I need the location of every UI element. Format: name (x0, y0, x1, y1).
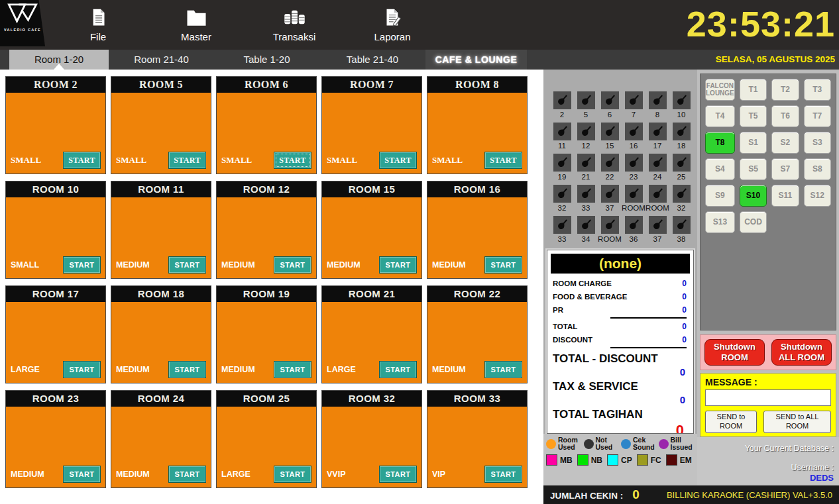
mic-cell[interactable]: 6 (598, 91, 622, 123)
start-button[interactable]: START (379, 361, 417, 378)
start-button[interactable]: START (63, 152, 101, 169)
mic-cell[interactable]: 7 (622, 91, 645, 123)
tab-cafe-lounge[interactable]: CAFE & LOUNGE (425, 50, 527, 70)
shutdown-button-room[interactable]: ShutdownROOM (704, 339, 765, 366)
tab-table-21-40[interactable]: Table 21-40 (319, 50, 425, 70)
start-button[interactable]: START (484, 361, 522, 378)
menu-item-master[interactable]: Master (164, 8, 228, 42)
start-button[interactable]: START (274, 466, 311, 483)
table-button-t1[interactable]: T1 (740, 79, 767, 101)
send-button-send-to-all-room[interactable]: SEND to ALL ROOM (763, 411, 831, 433)
tab-table-1-20[interactable]: Table 1-20 (214, 50, 319, 70)
shutdown-button-all-room[interactable]: ShutdownALL ROOM (771, 339, 832, 366)
mic-cell[interactable]: 17 (645, 123, 669, 154)
tab-room-21-40[interactable]: Room 21-40 (109, 50, 214, 70)
mic-cell[interactable]: 37 (645, 216, 669, 247)
mic-cell[interactable]: 15 (598, 123, 622, 154)
message-input[interactable] (705, 389, 831, 406)
room-card-room-5[interactable]: ROOM 5SMALLSTART (111, 76, 211, 174)
table-button-s9[interactable]: S9 (705, 185, 735, 207)
tab-room-1-20[interactable]: Room 1-20 (9, 50, 109, 70)
start-button[interactable]: START (63, 256, 101, 274)
mic-cell[interactable]: 34 (574, 216, 598, 247)
room-card-room-19[interactable]: ROOM 19MEDIUMSTART (216, 285, 317, 383)
table-button-s13[interactable]: S13 (705, 211, 735, 233)
room-card-room-21[interactable]: ROOM 21LARGESTART (321, 285, 422, 383)
mic-cell[interactable]: 38 (669, 216, 693, 247)
table-button-t7[interactable]: T7 (804, 105, 831, 127)
start-button[interactable]: START (484, 256, 522, 274)
start-button[interactable]: START (379, 152, 417, 169)
mic-cell[interactable]: ROOM (622, 185, 645, 216)
room-card-room-2[interactable]: ROOM 2SMALLSTART (5, 76, 106, 174)
room-card-room-6[interactable]: ROOM 6SMALLSTART (216, 76, 317, 174)
start-button[interactable]: START (484, 466, 522, 483)
mic-cell[interactable]: 12 (574, 123, 598, 154)
mic-cell[interactable]: 22 (598, 154, 622, 185)
mic-cell[interactable]: 33 (550, 216, 574, 247)
mic-cell[interactable]: 18 (669, 123, 693, 154)
mic-cell[interactable]: 11 (550, 123, 574, 154)
mic-cell[interactable]: 23 (622, 154, 645, 185)
room-card-room-33[interactable]: ROOM 33VIPSTART (427, 390, 528, 488)
menu-item-file[interactable]: File (66, 8, 130, 42)
mic-cell[interactable]: 24 (645, 154, 669, 185)
table-button-t4[interactable]: T4 (705, 105, 735, 127)
start-button[interactable]: START (168, 256, 206, 274)
mic-cell[interactable]: 37 (598, 185, 622, 216)
room-card-room-8[interactable]: ROOM 8SMALLSTART (427, 76, 528, 174)
table-button-falcon-lounge[interactable]: FALCON LOUNGE (705, 79, 735, 101)
room-card-room-23[interactable]: ROOM 23MEDIUMSTART (5, 390, 106, 488)
room-card-room-15[interactable]: ROOM 15MEDIUMSTART (321, 181, 422, 279)
mic-cell[interactable]: ROOM (645, 185, 669, 216)
start-button[interactable]: START (379, 256, 417, 274)
mic-cell[interactable]: 10 (669, 91, 693, 123)
start-button[interactable]: START (274, 361, 311, 378)
table-button-s8[interactable]: S8 (804, 158, 831, 180)
start-button[interactable]: START (484, 152, 522, 169)
start-button[interactable]: START (379, 466, 417, 483)
mic-cell[interactable]: 19 (550, 154, 574, 185)
table-button-cod[interactable]: COD (740, 211, 767, 233)
mic-cell[interactable]: 25 (669, 154, 693, 185)
start-button[interactable]: START (168, 361, 206, 378)
start-button[interactable]: START (168, 466, 206, 483)
table-button-s11[interactable]: S11 (771, 185, 799, 207)
table-button-t2[interactable]: T2 (771, 79, 799, 101)
mic-cell[interactable]: 33 (574, 185, 598, 216)
menu-item-transaksi[interactable]: Transaksi (262, 8, 326, 42)
mic-cell[interactable]: 32 (550, 185, 574, 216)
table-button-s12[interactable]: S12 (804, 185, 831, 207)
table-button-s2[interactable]: S2 (771, 132, 799, 154)
room-card-room-12[interactable]: ROOM 12MEDIUMSTART (216, 181, 317, 279)
room-card-room-24[interactable]: ROOM 24MEDIUMSTART (111, 390, 211, 488)
send-button-send-to-room[interactable]: SEND to ROOM (705, 411, 757, 433)
table-button-s10[interactable]: S10 (740, 185, 767, 207)
mic-cell[interactable]: 8 (645, 91, 669, 123)
start-button[interactable]: START (63, 361, 101, 378)
mic-cell[interactable]: 36 (622, 216, 645, 247)
room-card-room-10[interactable]: ROOM 10SMALLSTART (5, 181, 106, 279)
room-card-room-25[interactable]: ROOM 25LARGESTART (216, 390, 317, 488)
menu-item-laporan[interactable]: Laporan (361, 8, 424, 42)
room-card-room-16[interactable]: ROOM 16MEDIUMSTART (427, 181, 528, 279)
room-card-room-22[interactable]: ROOM 22MEDIUMSTART (427, 285, 528, 383)
room-card-room-7[interactable]: ROOM 7SMALLSTART (321, 76, 422, 174)
mic-cell[interactable]: 16 (622, 123, 645, 154)
room-card-room-32[interactable]: ROOM 32VVIPSTART (321, 390, 422, 488)
mic-cell[interactable]: 5 (574, 91, 598, 123)
table-button-t5[interactable]: T5 (740, 105, 767, 127)
table-button-s7[interactable]: S7 (771, 158, 799, 180)
mic-cell[interactable]: 21 (574, 154, 598, 185)
mic-cell[interactable]: 32 (669, 185, 693, 216)
start-button[interactable]: START (63, 466, 101, 483)
table-button-t8[interactable]: T8 (705, 132, 735, 154)
table-button-s3[interactable]: S3 (804, 132, 831, 154)
room-card-room-18[interactable]: ROOM 18MEDIUMSTART (111, 285, 211, 383)
room-card-room-11[interactable]: ROOM 11MEDIUMSTART (111, 181, 211, 279)
start-button[interactable]: START (274, 152, 311, 169)
mic-cell[interactable]: 2 (550, 91, 574, 123)
table-button-s1[interactable]: S1 (740, 132, 767, 154)
start-button[interactable]: START (168, 152, 206, 169)
table-button-t3[interactable]: T3 (804, 79, 831, 101)
